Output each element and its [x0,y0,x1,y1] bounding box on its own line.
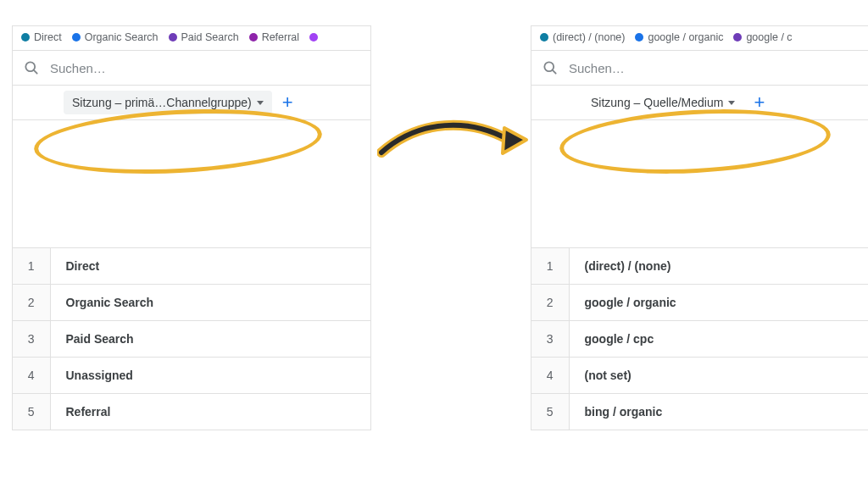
table-row[interactable]: 4 Unassigned [13,358,370,394]
row-value: Direct [50,248,370,285]
table-row[interactable]: 2 Organic Search [13,285,370,321]
row-index: 2 [13,285,50,321]
legend-item: google / c [733,31,792,43]
table-row[interactable]: 4 (not set) [531,358,868,394]
search-input[interactable] [567,60,858,76]
legend-dot-icon [635,33,643,42]
table-row[interactable]: 3 Paid Search [13,321,370,358]
row-index: 4 [531,358,569,394]
row-value: Referral [50,394,370,430]
annotation-arrow-icon [377,114,530,174]
table-row[interactable]: 5 bing / organic [531,394,868,430]
add-dimension-button[interactable]: + [750,93,768,112]
legend-dot-icon [540,33,548,42]
row-value: bing / organic [569,394,868,430]
panel-source-medium: (direct) / (none) google / organic googl… [531,25,868,430]
legend-item: Paid Search [169,31,239,43]
dimension-label: Sitzung – primä…Channelgruppe) [72,96,252,109]
row-value: Paid Search [50,321,370,358]
results-table-right: 1 (direct) / (none) 2 google / organic 3… [531,247,868,430]
legend-label: Referral [262,31,299,43]
legend-dot-icon [733,33,742,42]
search-input[interactable] [48,60,360,76]
row-index: 3 [13,321,50,358]
dimension-row: Sitzung – primä…Channelgruppe) + [13,86,370,120]
legend-left: Direct Organic Search Paid Search Referr… [13,26,370,50]
legend-item: Organic Search [72,31,159,43]
row-value: Organic Search [50,285,370,321]
legend-item: Direct [21,31,62,43]
chart-area [531,120,868,247]
legend-label: google / organic [648,31,723,43]
legend-dot-icon [309,33,318,42]
row-index: 4 [13,358,50,394]
legend-item: (direct) / (none) [540,31,625,43]
row-index: 1 [531,248,569,285]
svg-line-1 [34,70,37,74]
results-table-left: 1 Direct 2 Organic Search 3 Paid Search … [13,247,370,430]
search-icon [23,59,40,76]
row-index: 5 [13,394,50,430]
legend-item: google / organic [635,31,723,43]
legend-dot-icon [169,33,177,42]
legend-label: Organic Search [85,31,159,43]
legend-item: Referral [249,31,299,43]
legend-label: google / c [746,31,792,43]
panel-channel-group: Direct Organic Search Paid Search Referr… [12,25,371,430]
search-icon [542,59,559,76]
dimension-row: Sitzung – Quelle/Medium + [531,86,868,120]
row-value: (direct) / (none) [569,248,868,285]
table-row[interactable]: 2 google / organic [531,285,868,321]
caret-down-icon [257,101,264,105]
dimension-dropdown[interactable]: Sitzung – primä…Channelgruppe) [64,91,272,114]
table-row[interactable]: 1 (direct) / (none) [531,248,868,285]
legend-label: (direct) / (none) [553,31,625,43]
dimension-label: Sitzung – Quelle/Medium [591,96,723,109]
legend-right: (direct) / (none) google / organic googl… [531,26,868,50]
svg-line-3 [553,70,556,74]
table-row[interactable]: 1 Direct [13,248,370,285]
caret-down-icon [728,101,735,105]
row-value: Unassigned [50,358,370,394]
row-index: 1 [13,248,50,285]
search-row [531,50,868,86]
table-row[interactable]: 3 google / cpc [531,321,868,358]
legend-dot-icon [249,33,258,42]
dimension-dropdown[interactable]: Sitzung – Quelle/Medium [582,91,743,114]
chart-area [13,120,370,247]
row-value: google / cpc [569,321,868,358]
row-value: (not set) [569,358,868,394]
search-row [13,50,370,86]
legend-label: Direct [34,31,62,43]
legend-dot-icon [72,33,81,42]
row-index: 3 [531,321,569,358]
row-index: 5 [531,394,569,430]
legend-label: Paid Search [181,31,239,43]
add-dimension-button[interactable]: + [279,93,297,112]
legend-dot-icon [21,33,30,42]
svg-marker-4 [503,128,526,153]
table-row[interactable]: 5 Referral [13,394,370,430]
row-index: 2 [531,285,569,321]
row-value: google / organic [569,285,868,321]
